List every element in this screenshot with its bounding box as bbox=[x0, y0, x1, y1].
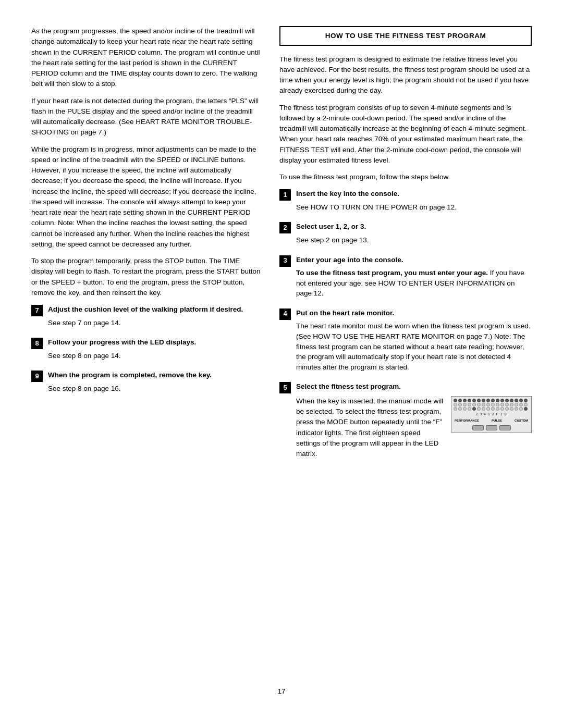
dot bbox=[458, 399, 462, 402]
dot-empty bbox=[496, 403, 499, 406]
right-step-5: 5 Select the fitness test program. When … bbox=[279, 381, 532, 459]
dot-empty bbox=[505, 407, 509, 411]
label-performance: PERFORMANCE bbox=[455, 418, 479, 423]
step-8-title: Follow your progress with the LED displa… bbox=[48, 338, 196, 346]
step-number-7: 7 bbox=[31, 305, 43, 316]
right-step-1-content: Insert the key into the console. See HOW… bbox=[296, 189, 532, 216]
dot-empty bbox=[458, 403, 462, 406]
right-step-1-title: Insert the key into the console. bbox=[296, 190, 399, 198]
dot bbox=[472, 399, 476, 402]
right-para-2: The fitness test program consists of up … bbox=[279, 103, 532, 166]
right-step-4-note: The heart rate monitor must be worn when… bbox=[296, 321, 532, 372]
dot-empty bbox=[477, 407, 481, 411]
step-5-inline-text: When the key is inserted, the manual mod… bbox=[296, 396, 445, 460]
console-panel-illustration: 2 3 4 1 2 F 1 0 PERFORMANCE PULSE CUSTOM bbox=[451, 396, 532, 433]
dot bbox=[496, 399, 499, 402]
dots-row-1 bbox=[454, 399, 529, 402]
dot bbox=[515, 399, 518, 402]
label-pulse: PULSE bbox=[492, 418, 502, 423]
dot-empty bbox=[454, 407, 457, 411]
right-step-2-note: See step 2 on page 13. bbox=[296, 235, 532, 245]
console-numbers: 2 3 4 1 2 F 1 0 bbox=[454, 412, 529, 417]
dot-empty bbox=[500, 403, 504, 406]
right-column: HOW TO USE THE FITNESS TEST PROGRAM The … bbox=[279, 26, 532, 671]
right-para-3: To use the fitness test program, follow … bbox=[279, 172, 532, 182]
right-step-5-content: Select the fitness test program. When th… bbox=[296, 381, 532, 459]
dot-empty bbox=[458, 407, 462, 411]
left-step-8: 8 Follow your progress with the LED disp… bbox=[31, 337, 261, 365]
dot-empty bbox=[500, 407, 504, 411]
right-step-2: 2 Select user 1, 2, or 3. See step 2 on … bbox=[279, 221, 532, 249]
console-btn-3 bbox=[499, 425, 511, 430]
step-9-note: See step 8 on page 16. bbox=[48, 384, 261, 394]
step-8-content: Follow your progress with the LED displa… bbox=[48, 337, 261, 365]
dot bbox=[519, 399, 523, 402]
right-step-number-5: 5 bbox=[279, 382, 291, 393]
left-column: As the program progresses, the speed and… bbox=[31, 26, 261, 671]
right-step-5-title: Select the fitness test program. bbox=[296, 382, 401, 390]
right-step-number-2: 2 bbox=[279, 222, 291, 233]
page-number: 17 bbox=[31, 686, 532, 697]
step-9-content: When the program is completed, remove th… bbox=[48, 370, 261, 398]
dot bbox=[486, 399, 490, 402]
dot bbox=[505, 399, 509, 402]
dots-row-2 bbox=[454, 403, 529, 406]
dot bbox=[491, 399, 495, 402]
section-header-text: HOW TO USE THE FITNESS TEST PROGRAM bbox=[325, 32, 486, 40]
dot-empty bbox=[477, 403, 481, 406]
dot-empty bbox=[486, 403, 490, 406]
step-8-note: See step 8 on page 14. bbox=[48, 351, 261, 361]
page: As the program progresses, the speed and… bbox=[0, 0, 563, 728]
section-header-box: HOW TO USE THE FITNESS TEST PROGRAM bbox=[279, 26, 532, 46]
right-step-number-1: 1 bbox=[279, 189, 291, 201]
right-step-3-content: Enter your age into the console. To use … bbox=[296, 255, 532, 303]
step-9-title: When the program is completed, remove th… bbox=[48, 371, 212, 379]
dot-empty bbox=[468, 407, 471, 411]
dot-empty bbox=[491, 407, 495, 411]
dot-empty bbox=[505, 403, 509, 406]
right-step-4: 4 Put on the heart rate monitor. The hea… bbox=[279, 308, 532, 376]
dots-row-3 bbox=[454, 407, 529, 411]
dot bbox=[472, 407, 476, 411]
label-custom: CUSTOM bbox=[515, 418, 528, 423]
left-step-7: 7 Adjust the cushion level of the walkin… bbox=[31, 304, 261, 332]
dot-empty bbox=[482, 407, 485, 411]
dot-empty bbox=[496, 407, 499, 411]
right-step-number-4: 4 bbox=[279, 309, 291, 320]
right-step-number-3: 3 bbox=[279, 255, 291, 267]
dot bbox=[477, 399, 481, 402]
dot-empty bbox=[515, 407, 518, 411]
right-step-4-content: Put on the heart rate monitor. The heart… bbox=[296, 308, 532, 376]
step-7-note: See step 7 on page 14. bbox=[48, 318, 261, 328]
dot-empty bbox=[510, 403, 513, 406]
dot-empty bbox=[468, 403, 471, 406]
left-para-4: To stop the program temporarily, press t… bbox=[31, 256, 261, 298]
left-para-1: As the program progresses, the speed and… bbox=[31, 26, 261, 90]
right-step-3: 3 Enter your age into the console. To us… bbox=[279, 255, 532, 303]
dot-empty bbox=[510, 407, 513, 411]
step-7-content: Adjust the cushion level of the walking … bbox=[48, 304, 261, 332]
dot-empty bbox=[463, 407, 467, 411]
console-labels: PERFORMANCE PULSE CUSTOM bbox=[454, 418, 529, 423]
dot bbox=[524, 407, 528, 411]
dot-empty bbox=[486, 407, 490, 411]
console-buttons-row bbox=[454, 425, 529, 430]
right-step-3-title: Enter your age into the console. bbox=[296, 256, 403, 264]
dot bbox=[510, 399, 513, 402]
dot bbox=[500, 399, 504, 402]
step-5-inline-row: When the key is inserted, the manual mod… bbox=[296, 396, 532, 460]
step-7-title: Adjust the cushion level of the walking … bbox=[48, 305, 243, 313]
dot bbox=[468, 399, 471, 402]
dot-empty bbox=[454, 403, 457, 406]
right-step-1-note: See HOW TO TURN ON THE POWER on page 12. bbox=[296, 202, 532, 213]
console-btn-2 bbox=[486, 425, 497, 430]
dot bbox=[524, 399, 528, 402]
step-number-8: 8 bbox=[31, 338, 43, 349]
right-step-2-content: Select user 1, 2, or 3. See step 2 on pa… bbox=[296, 221, 532, 249]
console-btn-1 bbox=[472, 425, 484, 430]
right-step-1: 1 Insert the key into the console. See H… bbox=[279, 189, 532, 216]
right-step-2-title: Select user 1, 2, or 3. bbox=[296, 223, 366, 230]
right-para-1: The fitness test program is designed to … bbox=[279, 54, 532, 96]
left-para-3: While the program is in progress, minor … bbox=[31, 144, 261, 250]
dot-empty bbox=[491, 403, 495, 406]
